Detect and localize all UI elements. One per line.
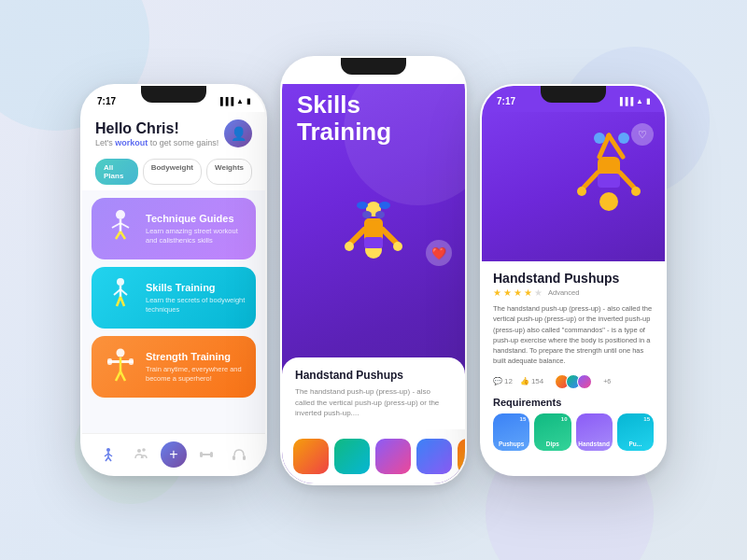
like-num: 154 (531, 377, 543, 385)
req-card-extra[interactable]: 15 Pu... (617, 413, 654, 451)
svg-line-38 (350, 230, 364, 244)
nav-gymnastics[interactable] (95, 441, 121, 468)
svg-point-33 (362, 211, 372, 218)
svg-point-6 (117, 278, 124, 286)
svg-line-24 (108, 457, 111, 461)
tab-bodyweight[interactable]: Bodyweight (143, 159, 202, 185)
phone2-time: 7:17 (297, 68, 316, 78)
nav-weights[interactable] (193, 441, 219, 468)
filter-tabs-container: All Plans Bodyweight Weights (82, 153, 265, 190)
technique-card-desc: Learn amazing street workout and calisth… (146, 227, 247, 245)
battery-icon-3: ▮ (646, 97, 650, 105)
nav-headphones[interactable] (226, 441, 252, 468)
svg-rect-31 (243, 455, 246, 460)
phone3-notch (541, 86, 606, 103)
skills-card[interactable]: Skills Training Learn the secrets of bod… (92, 267, 256, 329)
phone2-notch (341, 58, 406, 75)
phone3-body: Handstand Pushups ★ ★ ★ ★ ★ Advanced The… (482, 261, 665, 474)
svg-point-49 (599, 192, 618, 211)
comment-num: 12 (504, 377, 513, 385)
phone2-exercise-card: Handstand Pushups The handstand push-up … (282, 357, 465, 429)
svg-rect-54 (598, 174, 620, 188)
svg-point-41 (393, 242, 402, 251)
bottom-navigation: + (82, 433, 265, 474)
svg-line-2 (112, 223, 120, 228)
svg-point-19 (106, 448, 110, 452)
req-card-handstand[interactable]: Handstand (576, 413, 613, 451)
phone1-header: Hello Chris! Let's workout to get some g… (82, 112, 265, 153)
phone2-content: SkillsTraining (282, 84, 465, 483)
requirements-cards: 15 Pushups 10 Dips Handstand 15 Pu... (493, 413, 654, 451)
phone3-content: ♡ Handstand Pushups ★ ★ ★ ★ ★ Advanced T… (482, 112, 665, 474)
svg-point-12 (117, 349, 125, 357)
strength-card-desc: Train anytime, everywhere and become a s… (146, 365, 247, 384)
req-dips-num: 10 (561, 416, 568, 422)
phone2-status-icons: ▐▐▐ ▲ ▮ (417, 69, 450, 77)
req-pushups-num: 15 (520, 416, 527, 422)
req-dips-label: Dips (546, 441, 559, 447)
mini-card-2[interactable] (334, 439, 370, 474)
people-icon (133, 446, 149, 463)
subtitle-highlight: workout (115, 138, 148, 147)
req-card-pushups[interactable]: 15 Pushups (493, 413, 529, 451)
phone2-handstand-figure (327, 192, 420, 314)
difficulty-badge: Advanced (548, 288, 579, 297)
req-extra-num: 15 (643, 416, 650, 422)
tab-all-plans[interactable]: All Plans (95, 159, 138, 185)
svg-point-35 (357, 202, 368, 209)
phone2-heart-button[interactable]: ❤️ (426, 240, 452, 266)
skills-icon-area (103, 276, 138, 319)
engagement-row: 💬 12 👍 154 +6 (493, 374, 654, 389)
phone1-content: Hello Chris! Let's workout to get some g… (82, 112, 265, 474)
phone1-time: 7:17 (97, 96, 116, 106)
avatar-3 (577, 374, 592, 389)
svg-line-39 (383, 230, 397, 244)
svg-point-26 (142, 448, 146, 452)
technique-card[interactable]: Technique Guides Learn amazing street wo… (92, 198, 256, 259)
workout-cards-list: Technique Guides Learn amazing street wo… (82, 190, 265, 433)
phone3-hero-figure (571, 131, 655, 261)
skills-card-desc: Learn the secrets of bodyweight techniqu… (146, 296, 247, 315)
phone1-notch (141, 86, 206, 103)
signal-icon: ▐▐▐ (218, 97, 233, 105)
strength-card[interactable]: Strength Training Train anytime, everywh… (92, 336, 256, 398)
nav-add[interactable]: + (161, 441, 187, 468)
wifi-icon: ▲ (236, 97, 244, 105)
stars-row: ★ ★ ★ ★ ★ Advanced (493, 287, 654, 298)
phone2-exercise-title: Handstand Pushups (295, 369, 452, 382)
mini-card-3[interactable] (375, 439, 411, 474)
star-3: ★ (514, 287, 522, 298)
svg-line-3 (120, 223, 129, 228)
svg-point-40 (345, 242, 354, 251)
phone1-greeting-area: Hello Chris! Let's workout to get some g… (95, 119, 218, 147)
phone3-exercise-title: Handstand Pushups (493, 271, 654, 286)
user-avatar[interactable]: 👤 (224, 119, 252, 147)
svg-rect-28 (200, 452, 203, 457)
svg-point-52 (577, 187, 586, 196)
greeting-subtitle: Let's workout to get some gains! (95, 138, 218, 147)
svg-point-36 (379, 202, 390, 209)
phone2-figure-area: ❤️ (282, 148, 465, 357)
phone-2: 7:17 ▐▐▐ ▲ ▮ SkillsTraining (280, 56, 467, 485)
battery-icon: ▮ (247, 97, 250, 105)
mini-card-4[interactable] (416, 439, 452, 474)
wifi-icon-3: ▲ (636, 97, 643, 105)
technique-card-text: Technique Guides Learn amazing street wo… (146, 213, 247, 245)
comment-count: 💬 12 (493, 377, 513, 385)
svg-line-18 (120, 371, 125, 381)
svg-line-5 (120, 231, 125, 239)
req-card-dips[interactable]: 10 Dips (534, 413, 571, 451)
svg-line-4 (116, 231, 120, 239)
technique-icon-area (103, 207, 138, 250)
battery-icon-2: ▮ (446, 69, 450, 77)
mini-card-1[interactable] (293, 439, 329, 474)
like-icon: 👍 (520, 377, 529, 385)
tab-weights[interactable]: Weights (206, 159, 252, 185)
like-count: 👍 154 (520, 377, 543, 385)
mini-card-5[interactable] (458, 439, 465, 474)
nav-people[interactable] (128, 441, 154, 468)
svg-line-11 (120, 297, 124, 306)
phone3-heart-button[interactable]: ♡ (631, 123, 654, 146)
svg-point-53 (631, 187, 641, 196)
svg-rect-14 (107, 358, 112, 365)
